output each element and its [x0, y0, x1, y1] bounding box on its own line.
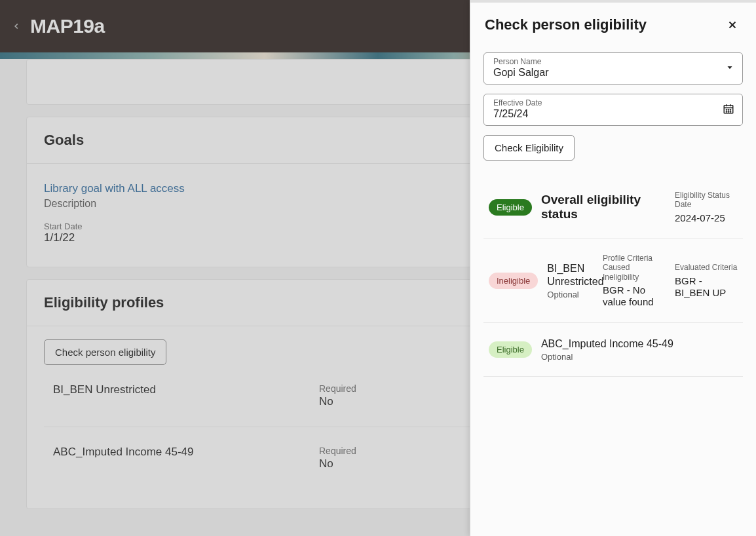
svg-point-10	[726, 111, 727, 111]
svg-marker-2	[728, 66, 732, 69]
status-date-label: Eligibility Status Date	[675, 191, 738, 210]
person-name-label: Person Name	[493, 57, 716, 66]
svg-point-8	[728, 109, 728, 109]
person-name-value: Gopi Salgar	[493, 67, 716, 79]
criteria-label: Profile Criteria Caused Ineligibility	[603, 254, 666, 282]
evaluated-value: BGR - BI_BEN UP	[675, 275, 738, 299]
eligibility-panel: Check person eligibility Person Name Gop…	[470, 0, 756, 536]
overall-status-row: Eligible Overall eligibility status Elig…	[483, 176, 743, 239]
svg-point-11	[728, 111, 728, 111]
status-badge: Ineligible	[489, 273, 538, 289]
result-sub: Optional	[547, 290, 594, 299]
result-name: ABC_Imputed Income 45-49	[541, 337, 738, 351]
effective-date-input[interactable]: Effective Date 7/25/24	[483, 94, 743, 126]
status-badge: Eligible	[489, 341, 532, 358]
svg-point-7	[726, 109, 727, 109]
close-button[interactable]	[723, 16, 742, 34]
criteria-value: BGR - No value found	[603, 284, 666, 308]
panel-title: Check person eligibility	[485, 16, 647, 33]
effective-date-label: Effective Date	[493, 98, 716, 107]
status-badge: Eligible	[489, 199, 532, 216]
status-date-value: 2024-07-25	[675, 212, 738, 224]
svg-point-9	[730, 109, 730, 109]
check-eligibility-button[interactable]: Check Eligibility	[483, 135, 575, 161]
effective-date-value: 7/25/24	[493, 108, 716, 120]
evaluated-label: Evaluated Criteria	[675, 263, 738, 272]
svg-point-12	[730, 111, 730, 111]
result-name: BI_BEN Unrestricted	[547, 262, 594, 288]
calendar-icon[interactable]	[723, 103, 734, 117]
result-row: Eligible ABC_Imputed Income 45-49 Option…	[483, 323, 743, 377]
result-sub: Optional	[541, 352, 738, 362]
chevron-down-icon	[725, 63, 734, 75]
result-row: Ineligible BI_BEN Unrestricted Optional …	[483, 239, 743, 323]
overall-status-title: Overall eligibility status	[541, 193, 666, 223]
close-icon	[727, 19, 738, 31]
modal-backdrop[interactable]	[0, 0, 470, 536]
person-name-select[interactable]: Person Name Gopi Salgar	[483, 52, 743, 85]
